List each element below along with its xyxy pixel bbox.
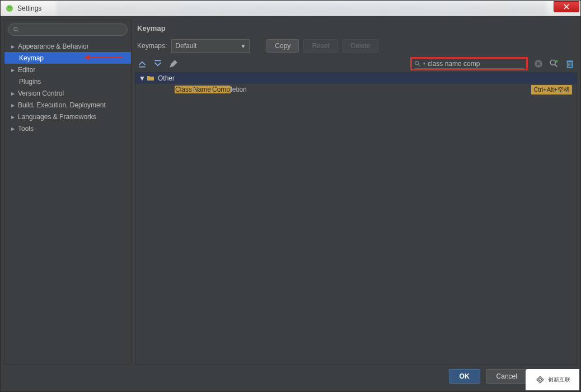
action-name-rest: letion	[231, 86, 247, 93]
svg-point-2	[10, 6, 12, 8]
sidebar-item-label: Appearance & Behavior	[18, 42, 89, 50]
search-options-icon[interactable]: ▾	[423, 61, 425, 66]
chevron-right-icon: ▸	[10, 101, 16, 109]
keymaps-label: Keymaps:	[137, 42, 167, 50]
cancel-button-label: Cancel	[496, 372, 517, 380]
search-icon	[13, 26, 20, 33]
tree-item-class-name-completion[interactable]: ClassNameCompletion Ctrl+Alt+空格	[135, 84, 577, 95]
keymap-selected-value: Default	[175, 42, 196, 50]
reset-button-label: Reset	[312, 42, 329, 50]
svg-point-3	[14, 27, 17, 31]
edit-icon[interactable]	[168, 59, 179, 69]
svg-marker-6	[84, 54, 90, 60]
chevron-down-icon: ▼	[139, 74, 144, 82]
sidebar-item-appearance[interactable]: ▸ Appearance & Behavior	[4, 40, 131, 52]
tree-group-label: Other	[158, 74, 175, 82]
shortcut-badge: Ctrl+Alt+空格	[531, 85, 572, 95]
highlight: Comp	[212, 86, 231, 93]
chevron-down-icon: ▼	[240, 43, 246, 49]
svg-point-14	[555, 60, 558, 63]
chevron-right-icon: ▸	[10, 89, 16, 97]
dialog-footer: OK Cancel Apply	[4, 365, 577, 388]
background-blur	[57, 1, 547, 16]
tree-group-other[interactable]: ▼ Other	[135, 73, 577, 84]
chevron-right-icon: ▸	[10, 113, 16, 121]
sidebar-item-languages[interactable]: ▸ Languages & Frameworks	[4, 111, 131, 122]
close-icon	[564, 4, 569, 10]
action-search[interactable]: ▾	[414, 59, 524, 69]
watermark-icon	[535, 374, 546, 385]
find-by-shortcut-icon[interactable]	[549, 59, 559, 69]
keymap-toolbar: ▾	[135, 55, 577, 72]
copy-button-label: Copy	[275, 42, 290, 50]
action-search-input[interactable]	[428, 60, 524, 68]
app-icon	[5, 4, 14, 13]
sidebar-search-wrap	[4, 20, 131, 38]
settings-tree[interactable]: ▸ Appearance & Behavior Keymap ▸ Editor	[4, 38, 131, 136]
highlight: Class	[175, 86, 193, 93]
window-title: Settings	[17, 4, 41, 12]
keymap-selector-row: Keymaps: Default ▼ Copy Reset Delete	[135, 36, 577, 55]
folder-icon	[147, 74, 154, 82]
clear-search-icon[interactable]	[533, 59, 543, 69]
keymap-select[interactable]: Default ▼	[171, 39, 250, 53]
main-panel: Keymap Keymaps: Default ▼ Copy Reset Del…	[135, 20, 577, 365]
svg-line-13	[555, 64, 557, 67]
svg-point-1	[8, 6, 10, 8]
highlight: Name	[193, 86, 212, 93]
sidebar: ▸ Appearance & Behavior Keymap ▸ Editor	[4, 20, 132, 365]
svg-point-9	[415, 61, 419, 64]
sidebar-inner: ▸ Appearance & Behavior Keymap ▸ Editor	[4, 20, 132, 365]
action-tree[interactable]: ▼ Other ClassNameCompletion Ctrl+Alt+空格	[135, 72, 577, 365]
svg-point-0	[6, 5, 13, 12]
sidebar-item-keymap[interactable]: Keymap	[4, 52, 131, 64]
sidebar-item-label: Tools	[18, 125, 34, 133]
sidebar-item-label: Plugins	[19, 78, 41, 86]
expand-all-icon[interactable]	[137, 59, 147, 69]
action-name: ClassNameCompletion	[175, 86, 247, 93]
ok-button-label: OK	[460, 372, 470, 380]
main-header: Keymap	[135, 20, 577, 36]
sidebar-search[interactable]	[8, 23, 128, 36]
delete-button[interactable]: Delete	[343, 39, 379, 53]
sidebar-item-version-control[interactable]: ▸ Version Control	[4, 87, 131, 99]
watermark-text: 创新互联	[548, 376, 570, 384]
content-row: ▸ Appearance & Behavior Keymap ▸ Editor	[4, 20, 577, 365]
annotation-arrow	[84, 54, 123, 62]
sidebar-item-label: Languages & Frameworks	[18, 113, 96, 121]
cancel-button[interactable]: Cancel	[486, 369, 528, 384]
watermark: 创新互联	[526, 369, 579, 390]
sidebar-search-input[interactable]	[23, 26, 123, 34]
svg-point-12	[550, 60, 555, 65]
sidebar-item-build[interactable]: ▸ Build, Execution, Deployment	[4, 99, 131, 111]
reset-button[interactable]: Reset	[303, 39, 338, 53]
chevron-right-icon: ▸	[10, 42, 16, 50]
sidebar-item-label: Editor	[18, 66, 35, 74]
sidebar-item-label: Keymap	[19, 54, 44, 62]
collapse-all-icon[interactable]	[153, 59, 163, 69]
action-search-highlight: ▾	[410, 57, 528, 70]
sidebar-item-label: Build, Execution, Deployment	[18, 101, 106, 109]
svg-rect-19	[566, 60, 573, 62]
sidebar-item-label: Version Control	[18, 89, 64, 97]
page-title: Keymap	[137, 24, 166, 32]
titlebar: Settings	[1, 1, 580, 16]
chevron-right-icon: ▸	[10, 66, 16, 74]
ok-button[interactable]: OK	[449, 369, 480, 384]
sidebar-item-plugins[interactable]: Plugins	[4, 75, 131, 87]
settings-window: Settings ▸ A	[0, 0, 581, 392]
svg-line-4	[17, 31, 19, 32]
sidebar-item-editor[interactable]: ▸ Editor	[4, 64, 131, 75]
trash-icon[interactable]	[565, 59, 575, 69]
dialog-body: ▸ Appearance & Behavior Keymap ▸ Editor	[1, 16, 580, 391]
sidebar-item-tools[interactable]: ▸ Tools	[4, 122, 131, 134]
delete-button-label: Delete	[351, 42, 371, 50]
copy-button[interactable]: Copy	[266, 39, 299, 53]
svg-line-10	[419, 64, 420, 66]
search-icon	[414, 60, 421, 67]
chevron-right-icon: ▸	[10, 125, 16, 133]
close-button[interactable]	[554, 1, 579, 12]
